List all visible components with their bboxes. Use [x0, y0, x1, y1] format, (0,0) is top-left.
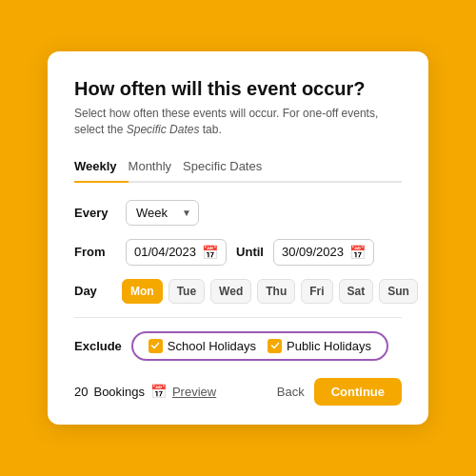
from-date-value: 01/04/2023	[134, 245, 196, 259]
event-frequency-card: How often will this event occur? Select …	[48, 51, 428, 425]
day-mon[interactable]: Mon	[122, 279, 163, 304]
back-button[interactable]: Back	[277, 385, 305, 399]
divider	[74, 317, 402, 318]
day-tue[interactable]: Tue	[169, 279, 205, 304]
preview-link[interactable]: Preview	[172, 385, 216, 399]
tab-bar: Weekly Monthly Specific Dates	[74, 153, 402, 183]
exclude-public[interactable]: Public Holidays	[268, 339, 371, 353]
tab-specific-dates[interactable]: Specific Dates	[183, 153, 273, 183]
from-date-input[interactable]: 01/04/2023 📅	[126, 239, 227, 266]
subtitle-text-after: tab.	[199, 123, 221, 136]
tab-monthly[interactable]: Monthly	[129, 153, 184, 183]
date-range-row: From 01/04/2023 📅 Until 30/09/2023 📅	[74, 239, 402, 266]
tab-weekly[interactable]: Weekly	[74, 153, 129, 183]
day-fri[interactable]: Fri	[301, 279, 332, 304]
until-date-input[interactable]: 30/09/2023 📅	[273, 239, 374, 266]
bookings-count: 20	[74, 385, 88, 399]
exclude-options-group: School Holidays Public Holidays	[131, 331, 388, 361]
checkmark-icon-public	[270, 341, 280, 350]
subtitle-text-before: Select how often these events will occur…	[74, 107, 378, 136]
until-date-value: 30/09/2023	[282, 245, 344, 259]
day-label: Day	[74, 284, 116, 298]
from-label: From	[74, 245, 116, 259]
every-row: Every Week Day Month ▼	[74, 200, 402, 226]
exclude-row: Exclude School Holidays Public Holidays	[74, 331, 402, 361]
calendar-small-icon: 📅	[150, 384, 167, 399]
footer: 20 Bookings 📅 Preview Back Continue	[74, 378, 402, 406]
school-holidays-label: School Holidays	[168, 339, 256, 353]
day-row: Day Mon Tue Wed Thu Fri Sat Sun	[74, 279, 402, 304]
continue-button[interactable]: Continue	[314, 378, 402, 406]
every-select-wrapper: Week Day Month ▼	[126, 200, 199, 226]
checkmark-icon	[150, 341, 160, 350]
card-subtitle: Select how often these events will occur…	[74, 106, 402, 138]
exclude-school[interactable]: School Holidays	[149, 339, 256, 353]
exclude-label: Exclude	[74, 339, 122, 353]
until-label: Until	[236, 245, 264, 259]
every-label: Every	[74, 206, 116, 220]
calendar-icon-from: 📅	[202, 245, 218, 260]
card-title: How often will this event occur?	[74, 78, 402, 100]
school-checkbox[interactable]	[149, 339, 163, 353]
every-select[interactable]: Week Day Month	[126, 200, 199, 226]
subtitle-italic: Specific Dates	[127, 123, 200, 136]
bookings-label: Bookings	[93, 385, 144, 399]
day-sun[interactable]: Sun	[379, 279, 418, 304]
day-sat[interactable]: Sat	[339, 279, 374, 304]
footer-actions: Back Continue	[277, 378, 402, 406]
day-wed[interactable]: Wed	[210, 279, 251, 304]
bookings-info: 20 Bookings 📅 Preview	[74, 384, 216, 399]
calendar-icon-until: 📅	[349, 245, 366, 260]
public-checkbox[interactable]	[268, 339, 282, 353]
public-holidays-label: Public Holidays	[287, 339, 371, 353]
day-thu[interactable]: Thu	[257, 279, 295, 304]
